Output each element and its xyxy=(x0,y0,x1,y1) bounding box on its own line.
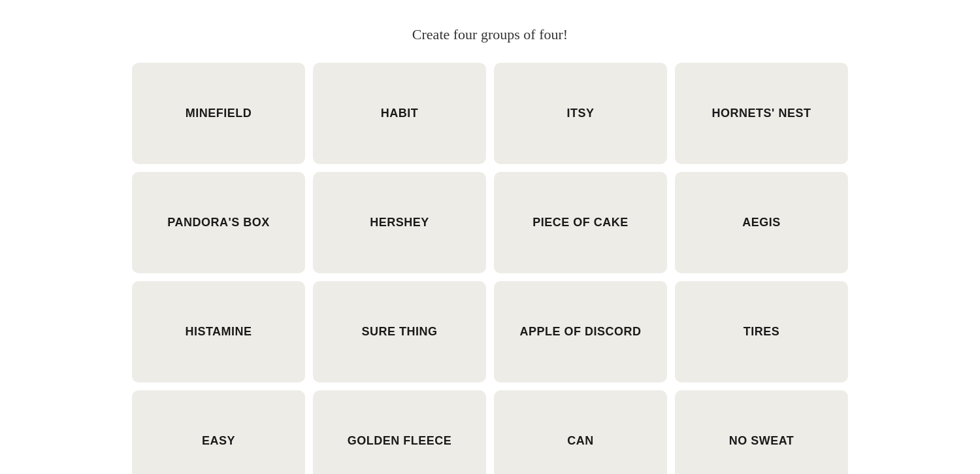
tile-can[interactable]: CAN xyxy=(494,390,667,474)
tile-piece-of-cake[interactable]: PIECE OF CAKE xyxy=(494,172,667,273)
tile-label-easy: EASY xyxy=(202,433,235,449)
page-subtitle: Create four groups of four! xyxy=(412,26,568,43)
tile-aegis[interactable]: AEGIS xyxy=(675,172,848,273)
tile-label-can: CAN xyxy=(567,433,594,449)
tile-label-minefield: MINEFIELD xyxy=(186,106,252,121)
tile-sure-thing[interactable]: SURE THING xyxy=(313,281,486,382)
tile-itsy[interactable]: ITSY xyxy=(494,63,667,164)
tile-label-hornets-nest: HORNETS' NEST xyxy=(712,106,811,121)
tile-label-pandoras-box: PANDORA'S BOX xyxy=(167,215,269,230)
tile-label-itsy: ITSY xyxy=(566,106,594,121)
tile-label-no-sweat: NO SWEAT xyxy=(729,433,794,449)
puzzle-grid: MINEFIELDHABITITSYHORNETS' NESTPANDORA'S… xyxy=(132,63,848,474)
tile-label-habit: HABIT xyxy=(381,106,419,121)
tile-label-golden-fleece: GOLDEN FLEECE xyxy=(348,433,452,449)
tile-label-aegis: AEGIS xyxy=(742,215,781,230)
tile-hershey[interactable]: HERSHEY xyxy=(313,172,486,273)
tile-label-sure-thing: SURE THING xyxy=(361,324,437,339)
tile-tires[interactable]: TIRES xyxy=(675,281,848,382)
tile-label-histamine: HISTAMINE xyxy=(185,324,252,339)
tile-golden-fleece[interactable]: GOLDEN FLEECE xyxy=(313,390,486,474)
tile-label-piece-of-cake: PIECE OF CAKE xyxy=(532,215,629,230)
tile-minefield[interactable]: MINEFIELD xyxy=(132,63,305,164)
tile-apple-of-discord[interactable]: APPLE OF DISCORD xyxy=(494,281,667,382)
tile-no-sweat[interactable]: NO SWEAT xyxy=(675,390,848,474)
tile-pandoras-box[interactable]: PANDORA'S BOX xyxy=(132,172,305,273)
tile-hornets-nest[interactable]: HORNETS' NEST xyxy=(675,63,848,164)
tile-histamine[interactable]: HISTAMINE xyxy=(132,281,305,382)
tile-label-hershey: HERSHEY xyxy=(370,215,429,230)
tile-habit[interactable]: HABIT xyxy=(313,63,486,164)
tile-label-tires: TIRES xyxy=(743,324,780,339)
tile-label-apple-of-discord: APPLE OF DISCORD xyxy=(519,324,641,339)
tile-easy[interactable]: EASY xyxy=(132,390,305,474)
